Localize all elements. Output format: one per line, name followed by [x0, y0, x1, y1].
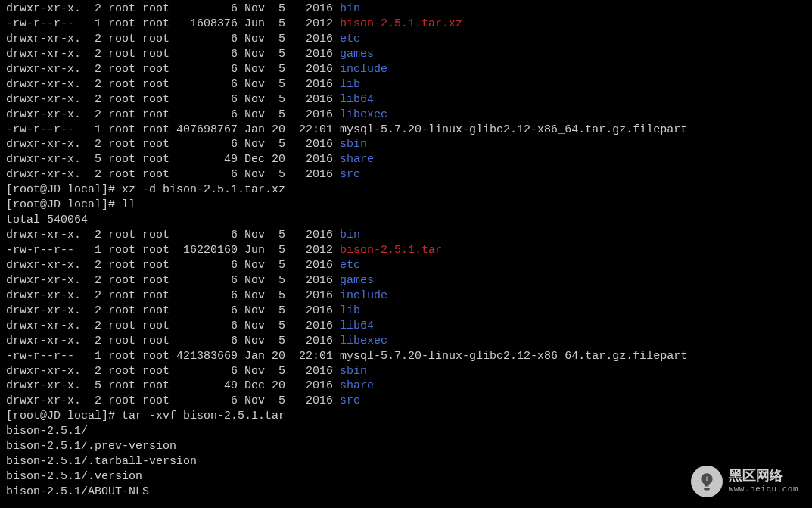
file-row: drwxr-xr-x. 5 root root 49 Dec 20 2016 s… [6, 379, 806, 394]
tar-output-line: bison-2.5.1/.prev-version [6, 439, 806, 454]
file-row: drwxr-xr-x. 2 root root 6 Nov 5 2016 lib [6, 77, 806, 92]
file-row: drwxr-xr-x. 2 root root 6 Nov 5 2016 gam… [6, 47, 806, 62]
file-row: drwxr-xr-x. 2 root root 6 Nov 5 2016 lib… [6, 334, 806, 349]
tar-output-line: bison-2.5.1/ [6, 424, 806, 439]
file-row: drwxr-xr-x. 2 root root 6 Nov 5 2016 etc [6, 32, 806, 47]
total-line: total 540064 [6, 213, 806, 228]
file-row: -rw-r--r-- 1 root root 407698767 Jan 20 … [6, 123, 806, 138]
file-row: drwxr-xr-x. 2 root root 6 Nov 5 2016 src [6, 394, 806, 409]
prompt-line[interactable]: [root@JD local]# ll [6, 198, 806, 213]
file-row: drwxr-xr-x. 2 root root 6 Nov 5 2016 lib… [6, 92, 806, 108]
tar-output-line: bison-2.5.1/.tarball-version [6, 454, 806, 469]
file-row: -rw-r--r-- 1 root root 16220160 Jun 5 20… [6, 243, 806, 258]
file-row: drwxr-xr-x. 2 root root 6 Nov 5 2016 lib… [6, 108, 806, 123]
file-row: drwxr-xr-x. 2 root root 6 Nov 5 2016 inc… [6, 62, 806, 77]
file-row: drwxr-xr-x. 2 root root 6 Nov 5 2016 src [6, 167, 806, 182]
watermark: 黑区网络 www.heiqu.com [691, 466, 798, 497]
file-row: -rw-r--r-- 1 root root 421383669 Jan 20 … [6, 349, 806, 364]
file-row: drwxr-xr-x. 2 root root 6 Nov 5 2016 lib… [6, 319, 806, 334]
file-row: drwxr-xr-x. 2 root root 6 Nov 5 2016 bin [6, 228, 806, 243]
file-row: drwxr-xr-x. 2 root root 6 Nov 5 2016 bin [6, 2, 806, 17]
watermark-title: 黑区网络 [729, 469, 798, 484]
file-row: drwxr-xr-x. 2 root root 6 Nov 5 2016 inc… [6, 288, 806, 304]
file-row: drwxr-xr-x. 2 root root 6 Nov 5 2016 sbi… [6, 364, 806, 379]
watermark-url: www.heiqu.com [729, 484, 798, 495]
watermark-icon [691, 466, 723, 497]
terminal-output[interactable]: drwxr-xr-x. 2 root root 6 Nov 5 2016 bin… [6, 2, 806, 500]
prompt-line[interactable]: [root@JD local]# tar -xvf bison-2.5.1.ta… [6, 409, 806, 424]
prompt-line[interactable]: [root@JD local]# xz -d bison-2.5.1.tar.x… [6, 182, 806, 198]
file-row: drwxr-xr-x. 2 root root 6 Nov 5 2016 etc [6, 258, 806, 273]
file-row: drwxr-xr-x. 2 root root 6 Nov 5 2016 gam… [6, 273, 806, 288]
file-row: drwxr-xr-x. 2 root root 6 Nov 5 2016 lib [6, 304, 806, 319]
tar-output-line: bison-2.5.1/.version [6, 469, 806, 485]
file-row: drwxr-xr-x. 2 root root 6 Nov 5 2016 sbi… [6, 137, 806, 152]
file-row: -rw-r--r-- 1 root root 1608376 Jun 5 201… [6, 17, 806, 32]
file-row: drwxr-xr-x. 5 root root 49 Dec 20 2016 s… [6, 152, 806, 167]
tar-output-line: bison-2.5.1/ABOUT-NLS [6, 485, 806, 500]
